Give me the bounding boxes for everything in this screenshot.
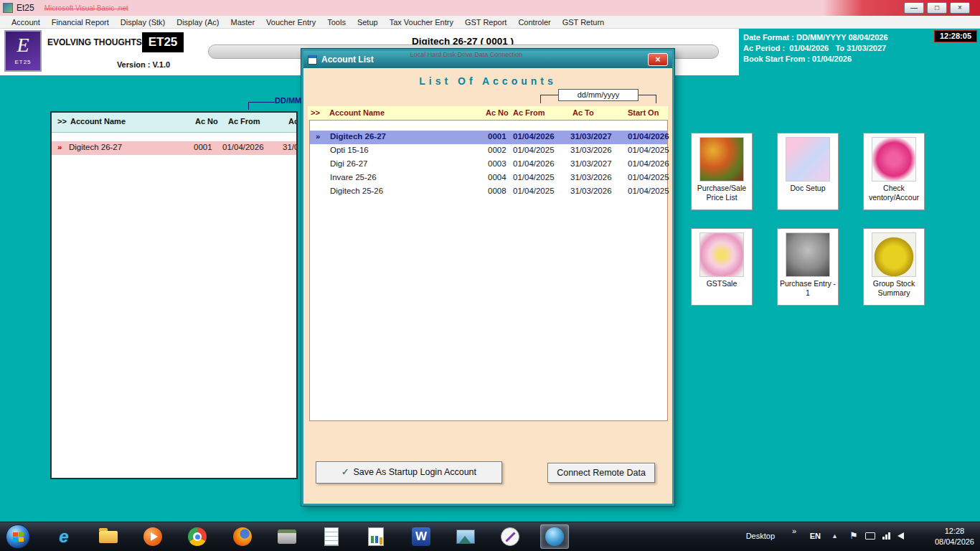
account-row-digitech-26-27[interactable]: » Digitech 26-27 0001 01/04/2026 31/03/2… — [310, 131, 667, 144]
koala-icon — [786, 232, 830, 277]
company-logo: E ET25 — [4, 30, 42, 72]
menu-master[interactable]: Master — [225, 18, 260, 27]
product-badge: ET25 — [142, 32, 184, 52]
journal-icon[interactable] — [317, 524, 346, 549]
app-icon — [3, 3, 13, 13]
shortcut-doc-setup[interactable]: Doc Setup — [777, 133, 839, 210]
shortcut-purchase-sale-price-list[interactable]: Purchase/Sale Price List — [691, 133, 753, 210]
row-ac-to: 31/03/2027 — [570, 132, 612, 141]
file-explorer-icon[interactable] — [94, 524, 123, 549]
menu-account[interactable]: Account — [6, 18, 46, 27]
col-ac-from: Ac From — [228, 117, 260, 126]
taskbar-clock[interactable]: 12:28 08/04/2026 — [935, 526, 974, 547]
connect-remote-data-label: Connect Remote Data — [557, 468, 646, 478]
connect-remote-data-button[interactable]: Connect Remote Data — [547, 463, 655, 483]
dialog-close-button[interactable]: × — [648, 53, 668, 66]
col-marker: >> — [57, 117, 67, 126]
selected-account-row[interactable]: » Digitech 26-27 0001 01/04/2026 31/03/2… — [52, 141, 296, 155]
window-titlebar[interactable]: Et25 Microsoft Visual Basic .net — □ × — [0, 0, 980, 16]
display-settings-icon[interactable] — [865, 532, 875, 540]
toolbar-chevron[interactable]: » — [792, 527, 796, 535]
firefox-icon[interactable] — [228, 524, 257, 549]
menu-display-ac[interactable]: Display (Ac) — [171, 18, 225, 27]
form-icon — [308, 55, 317, 65]
account-row-opti-15-16[interactable]: Opti 15-16 0002 01/04/2025 31/03/2026 01… — [310, 144, 667, 158]
start-button[interactable] — [6, 524, 30, 549]
dialog-heading: List Of Accounts — [303, 75, 672, 87]
screen: Et25 Microsoft Visual Basic .net — □ × A… — [0, 0, 980, 551]
account-row-invare-25-26[interactable]: Invare 25-26 0004 01/04/2025 31/03/2026 … — [310, 171, 667, 185]
row-account-name: Invare 25-26 — [330, 173, 377, 182]
shortcut-purchase-entry-1[interactable]: Purchase Entry - 1 — [777, 228, 839, 306]
ac-period-label: Ac Period : 01/04/2026 To 31/03/2027 — [743, 43, 980, 54]
row-ac-to: 31/03/2026 — [570, 187, 612, 195]
desktop-toolbar-label[interactable]: Desktop — [746, 532, 775, 540]
row-marker: » — [316, 132, 320, 141]
shortcut-check-inventory-account[interactable]: Check ventory/Accour — [863, 133, 925, 210]
active-app-icon[interactable] — [540, 524, 569, 549]
date-format-hint-main: DD/MM — [275, 96, 301, 105]
word-icon[interactable]: W — [407, 524, 435, 549]
pink-dahlia-icon — [872, 137, 916, 182]
design-tool-icon[interactable] — [496, 524, 524, 549]
row-start-on: 01/04/2025 — [628, 187, 669, 195]
col-ac-from: Ac From — [513, 108, 545, 117]
row-ac-no: 0002 — [488, 146, 507, 154]
row-start-on: 01/04/2025 — [628, 173, 669, 182]
photo-viewer-icon[interactable] — [451, 524, 480, 549]
show-hidden-icons-button[interactable]: ▲ — [831, 532, 838, 540]
menu-controler[interactable]: Controler — [512, 18, 556, 27]
row-ac-to: 31/03/2026 — [570, 173, 612, 182]
row-start-on: 01/04/2026 — [628, 132, 669, 141]
action-center-flag-icon[interactable]: ⚑ — [849, 531, 858, 540]
spreadsheet-icon[interactable] — [362, 524, 390, 549]
close-button[interactable]: × — [950, 2, 970, 14]
volume-icon[interactable] — [897, 532, 904, 540]
shortcut-label: Group Stock Summary — [864, 279, 924, 297]
system-tray: ⚑ — [849, 531, 904, 540]
network-signal-icon[interactable] — [882, 532, 890, 540]
accounts-grid-main[interactable]: >> Account Name Ac No Ac From Ac To » Di… — [50, 111, 298, 479]
date-hint-bracket — [248, 102, 275, 110]
taskbar-time: 12:28 — [935, 526, 974, 537]
period-info-panel: Date Format : DD/MM/YYYY 08/04/2026 Ac P… — [739, 29, 980, 75]
shortcut-label: GSTSale — [692, 279, 752, 288]
menu-gst-return[interactable]: GST Return — [557, 18, 611, 27]
col-ac-no: Ac No — [195, 117, 218, 126]
shortcut-group-stock-summary[interactable]: Group Stock Summary — [863, 228, 925, 306]
row-account-name: Digitech 26-27 — [330, 132, 386, 141]
menu-voucher-entry[interactable]: Voucher Entry — [260, 18, 321, 27]
dialog-column-header: >> Account Name Ac No Ac From Ac To Star… — [308, 106, 668, 120]
shortcut-gst-sale[interactable]: GSTSale — [691, 228, 753, 306]
row-account-name: Digitech 25-26 — [330, 187, 383, 195]
menu-gst-report[interactable]: GST Report — [459, 18, 513, 27]
internet-explorer-icon[interactable]: e — [50, 524, 78, 549]
shortcut-label: Check ventory/Accour — [864, 184, 924, 202]
angel-wings-icon — [786, 137, 830, 182]
row-ac-from: 01/04/2025 — [513, 146, 555, 154]
printer-icon[interactable] — [273, 524, 301, 549]
menu-tools[interactable]: Tools — [321, 18, 352, 27]
maximize-button[interactable]: □ — [927, 2, 947, 14]
save-startup-login-button[interactable]: ✓Save As Startup Login Account — [316, 461, 502, 484]
account-list-dialog: Account List × List Of Accounts dd/mm/yy… — [301, 49, 674, 506]
logo-monogram: E — [6, 32, 40, 59]
account-row-digi-26-27[interactable]: Digi 26-27 0003 01/04/2026 31/03/2027 01… — [310, 158, 667, 171]
brand-name: EVOLVING THOUGHTS — [47, 37, 142, 47]
book-start-label: Book Start From : 01/04/2026 — [743, 54, 980, 65]
account-list[interactable]: » Digitech 26-27 0001 01/04/2026 31/03/2… — [309, 120, 668, 421]
shortcut-label: Purchase/Sale Price List — [692, 184, 752, 202]
minimize-button[interactable]: — — [904, 2, 924, 14]
row-start-on: 01/04/2025 — [628, 146, 669, 154]
menu-financial-report[interactable]: Financial Report — [46, 18, 115, 27]
menu-setup[interactable]: Setup — [352, 18, 384, 27]
chrome-icon[interactable] — [183, 524, 212, 549]
language-indicator[interactable]: EN — [810, 532, 821, 540]
autumn-leaves-icon — [699, 137, 744, 182]
account-row-digitech-25-26[interactable]: Digitech 25-26 0008 01/04/2025 31/03/202… — [310, 185, 667, 199]
row-ac-no: 0008 — [488, 187, 507, 195]
menu-tax-voucher-entry[interactable]: Tax Voucher Entry — [384, 18, 459, 27]
row-account-name: Opti 15-16 — [330, 146, 369, 154]
media-player-icon[interactable] — [138, 524, 167, 549]
menu-display-stk[interactable]: Display (Stk) — [115, 18, 171, 27]
